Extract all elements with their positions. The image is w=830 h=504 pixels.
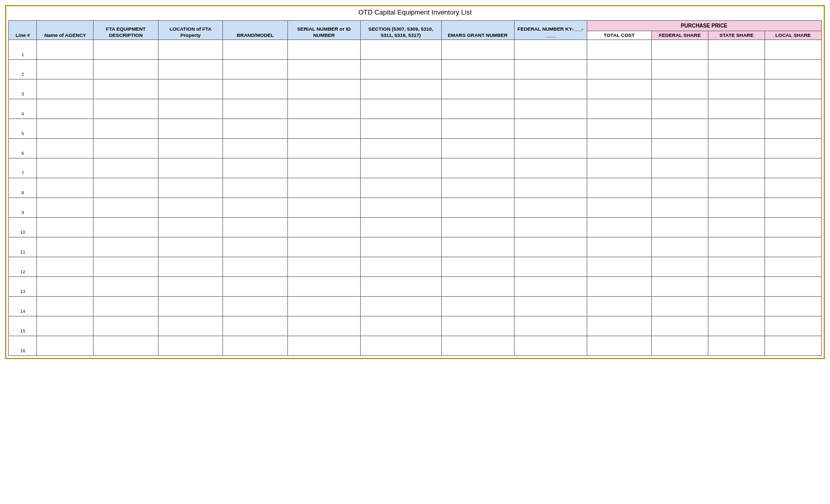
cell-data[interactable]	[37, 198, 94, 218]
cell-data[interactable]	[765, 99, 821, 119]
cell-data[interactable]	[94, 316, 158, 336]
cell-line-num[interactable]: 2	[9, 60, 37, 79]
cell-line-num[interactable]: 5	[9, 119, 37, 139]
cell-data[interactable]	[360, 40, 441, 60]
cell-data[interactable]	[765, 178, 821, 198]
cell-data[interactable]	[765, 237, 821, 257]
cell-data[interactable]	[94, 237, 158, 257]
cell-data[interactable]	[708, 297, 765, 316]
cell-data[interactable]	[223, 119, 287, 139]
cell-data[interactable]	[765, 40, 821, 60]
cell-data[interactable]	[441, 79, 514, 99]
cell-line-num[interactable]: 12	[9, 257, 37, 277]
cell-data[interactable]	[652, 257, 708, 277]
cell-data[interactable]	[587, 277, 651, 297]
cell-data[interactable]	[514, 237, 587, 257]
cell-data[interactable]	[587, 60, 651, 79]
cell-data[interactable]	[441, 158, 514, 178]
cell-data[interactable]	[37, 139, 94, 158]
cell-data[interactable]	[223, 336, 287, 356]
cell-data[interactable]	[652, 316, 708, 336]
cell-data[interactable]	[652, 178, 708, 198]
cell-data[interactable]	[708, 316, 765, 336]
cell-data[interactable]	[223, 60, 287, 79]
cell-data[interactable]	[514, 158, 587, 178]
cell-data[interactable]	[587, 119, 651, 139]
cell-data[interactable]	[765, 60, 821, 79]
cell-data[interactable]	[587, 316, 651, 336]
cell-data[interactable]	[587, 158, 651, 178]
cell-line-num[interactable]: 3	[9, 79, 37, 99]
cell-data[interactable]	[587, 218, 651, 237]
cell-data[interactable]	[158, 79, 222, 99]
cell-data[interactable]	[158, 237, 222, 257]
cell-data[interactable]	[158, 99, 222, 119]
cell-data[interactable]	[37, 79, 94, 99]
cell-data[interactable]	[587, 237, 651, 257]
cell-data[interactable]	[765, 79, 821, 99]
cell-line-num[interactable]: 9	[9, 198, 37, 218]
cell-data[interactable]	[587, 79, 651, 99]
cell-data[interactable]	[287, 218, 360, 237]
cell-data[interactable]	[765, 119, 821, 139]
cell-data[interactable]	[158, 178, 222, 198]
cell-data[interactable]	[441, 99, 514, 119]
cell-data[interactable]	[652, 237, 708, 257]
cell-data[interactable]	[287, 99, 360, 119]
cell-data[interactable]	[765, 198, 821, 218]
cell-data[interactable]	[158, 119, 222, 139]
cell-data[interactable]	[287, 119, 360, 139]
cell-data[interactable]	[287, 336, 360, 356]
cell-data[interactable]	[158, 316, 222, 336]
cell-data[interactable]	[94, 139, 158, 158]
cell-line-num[interactable]: 14	[9, 297, 37, 316]
cell-data[interactable]	[514, 277, 587, 297]
cell-data[interactable]	[94, 178, 158, 198]
cell-data[interactable]	[37, 218, 94, 237]
cell-data[interactable]	[765, 139, 821, 158]
cell-data[interactable]	[514, 297, 587, 316]
cell-data[interactable]	[37, 178, 94, 198]
cell-data[interactable]	[441, 218, 514, 237]
cell-data[interactable]	[287, 257, 360, 277]
cell-data[interactable]	[94, 119, 158, 139]
cell-data[interactable]	[652, 158, 708, 178]
cell-data[interactable]	[652, 297, 708, 316]
cell-data[interactable]	[37, 316, 94, 336]
cell-data[interactable]	[652, 99, 708, 119]
cell-line-num[interactable]: 6	[9, 139, 37, 158]
cell-data[interactable]	[441, 277, 514, 297]
cell-data[interactable]	[158, 158, 222, 178]
cell-data[interactable]	[287, 198, 360, 218]
cell-data[interactable]	[360, 277, 441, 297]
cell-data[interactable]	[587, 336, 651, 356]
cell-data[interactable]	[94, 40, 158, 60]
cell-data[interactable]	[287, 158, 360, 178]
cell-data[interactable]	[652, 277, 708, 297]
cell-data[interactable]	[441, 336, 514, 356]
cell-data[interactable]	[223, 99, 287, 119]
cell-data[interactable]	[360, 139, 441, 158]
cell-data[interactable]	[708, 277, 765, 297]
cell-data[interactable]	[765, 257, 821, 277]
cell-data[interactable]	[223, 237, 287, 257]
cell-data[interactable]	[652, 60, 708, 79]
cell-data[interactable]	[652, 40, 708, 60]
cell-data[interactable]	[652, 79, 708, 99]
cell-line-num[interactable]: 4	[9, 99, 37, 119]
cell-data[interactable]	[360, 257, 441, 277]
cell-data[interactable]	[360, 336, 441, 356]
cell-data[interactable]	[708, 336, 765, 356]
cell-data[interactable]	[223, 198, 287, 218]
cell-line-num[interactable]: 11	[9, 237, 37, 257]
cell-data[interactable]	[94, 257, 158, 277]
cell-data[interactable]	[441, 237, 514, 257]
cell-data[interactable]	[441, 139, 514, 158]
cell-data[interactable]	[587, 198, 651, 218]
cell-data[interactable]	[360, 178, 441, 198]
cell-data[interactable]	[94, 158, 158, 178]
cell-data[interactable]	[708, 139, 765, 158]
cell-data[interactable]	[287, 237, 360, 257]
cell-data[interactable]	[708, 237, 765, 257]
cell-data[interactable]	[652, 218, 708, 237]
